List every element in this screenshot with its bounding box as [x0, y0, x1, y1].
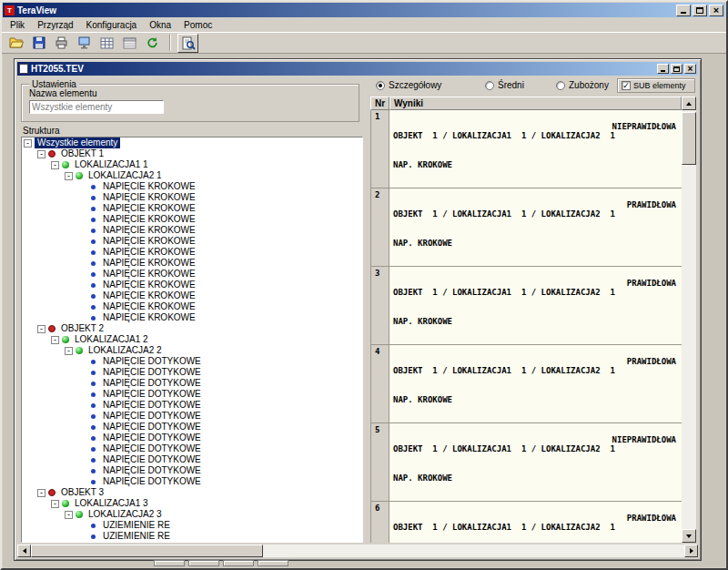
tree-node-label: NAPIĘCIE KROKOWE	[100, 290, 198, 301]
tree-item[interactable]: - OBJEKT 3	[22, 487, 362, 498]
tree-item[interactable]: NAPIĘCIE KROKOWE	[22, 214, 362, 225]
tree-item[interactable]: NAPIĘCIE DOTYKOWE	[22, 400, 362, 411]
tree-node-label: UZIEMIENIE RE	[100, 531, 173, 542]
tree-item[interactable]: NAPIĘCIE KROKOWE	[22, 312, 362, 323]
tree-expander-icon[interactable]: -	[51, 336, 59, 344]
result-row[interactable]: 1 OBJEKT 1 / LOKALIZACJA1 1 / LOKALIZACJ…	[371, 110, 682, 188]
result-row[interactable]: 6 OBJEKT 1 / LOKALIZACJA1 1 / LOKALIZACJ…	[371, 502, 682, 543]
tree-item[interactable]: NAPIĘCIE DOTYKOWE	[22, 367, 362, 378]
tree-item[interactable]: - OBJEKT 1	[22, 148, 362, 159]
tree-item[interactable]: UZIEMIENIE RE	[22, 531, 362, 542]
tree-item[interactable]: NAPIĘCIE KROKOWE	[22, 290, 362, 301]
tree-item[interactable]: NAPIĘCIE KROKOWE	[22, 236, 362, 247]
tree-item[interactable]: NAPIĘCIE KROKOWE	[22, 203, 362, 214]
close-button[interactable]: ×	[709, 5, 723, 16]
tree-item[interactable]: NAPIĘCIE KROKOWE	[22, 301, 362, 312]
menu-plik[interactable]: Plik	[4, 19, 31, 31]
menu-pomoc[interactable]: Pomoc	[177, 19, 218, 31]
tree-item[interactable]: UZIEMIENIE RE	[22, 520, 362, 531]
tree-item[interactable]: NAPIĘCIE KROKOWE	[22, 258, 362, 269]
scroll-down-button[interactable]	[682, 529, 696, 543]
tree-expander-icon[interactable]: -	[65, 172, 73, 180]
tree-item[interactable]: NAPIĘCIE DOTYKOWE	[22, 476, 362, 487]
child-restore-button[interactable]	[671, 64, 682, 74]
scroll-left-button[interactable]	[17, 545, 31, 557]
tree-item[interactable]: - LOKALIZACJA1 1	[22, 159, 362, 170]
tree-item[interactable]: - OBJEKT 2	[22, 323, 362, 334]
main-window: T TeraView × Plik Przyrząd Konfiguracja …	[0, 0, 728, 570]
element-name-input[interactable]	[29, 100, 164, 114]
tree-item[interactable]: NAPIĘCIE KROKOWE	[22, 269, 362, 280]
tree-item[interactable]: - LOKALIZACJA2 2	[22, 345, 362, 356]
tree-item[interactable]: NAPIĘCIE DOTYKOWE	[22, 454, 362, 465]
tree-node-label: NAPIĘCIE DOTYKOWE	[100, 400, 204, 411]
results-scrollbar[interactable]	[682, 97, 696, 543]
tree-item[interactable]: NAPIĘCIE DOTYKOWE	[22, 411, 362, 422]
minimized-window[interactable]	[154, 560, 185, 566]
hscroll-thumb[interactable]	[31, 545, 263, 557]
child-minimize-button[interactable]	[657, 64, 669, 74]
tree-node-label: NAPIĘCIE DOTYKOWE	[100, 389, 204, 400]
tree-item[interactable]: - Wszystkie elementy	[22, 137, 362, 148]
tree-expander-icon[interactable]: -	[37, 489, 46, 497]
save-button[interactable]	[28, 34, 49, 53]
tree-item[interactable]: - LOKALIZACJA1 3	[22, 498, 362, 509]
result-row[interactable]: 4 OBJEKT 1 / LOKALIZACJA1 1 / LOKALIZACJ…	[371, 345, 682, 423]
tree-expander-icon[interactable]: -	[65, 511, 73, 519]
tree-item[interactable]: NAPIĘCIE KROKOWE	[22, 225, 362, 236]
main-titlebar[interactable]: T TeraView ×	[3, 3, 725, 17]
maximize-button[interactable]	[693, 5, 707, 16]
tree-node-icon	[91, 218, 96, 222]
minimized-window[interactable]	[188, 560, 219, 566]
child-titlebar[interactable]: HT2055.TEV ×	[17, 62, 698, 76]
tree-item[interactable]: NAPIĘCIE KROKOWE	[22, 247, 362, 258]
result-row[interactable]: 2 OBJEKT 1 / LOKALIZACJA1 1 / LOKALIZACJ…	[371, 188, 682, 267]
tree-item[interactable]: NAPIĘCIE KROKOWE	[22, 192, 362, 203]
tree-item[interactable]: - LOKALIZACJA2 3	[22, 509, 362, 520]
horizontal-scrollbar[interactable]	[17, 545, 698, 557]
radio-zubozony[interactable]: Zubożony	[556, 80, 609, 90]
tree-item[interactable]: NAPIĘCIE DOTYKOWE	[22, 433, 362, 443]
tree-item[interactable]: NAPIĘCIE KROKOWE	[22, 181, 362, 192]
open-button[interactable]	[5, 34, 26, 53]
ustawienia-groupbox: Ustawienia Nazwa elementu	[21, 84, 359, 122]
tree-item[interactable]: NAPIĘCIE DOTYKOWE	[22, 378, 362, 389]
child-close-button[interactable]: ×	[684, 64, 696, 74]
menu-przyrzad[interactable]: Przyrząd	[31, 19, 79, 31]
tree-expander-icon[interactable]: -	[37, 325, 46, 333]
scroll-thumb[interactable]	[682, 112, 696, 165]
radio-szczegolowy[interactable]: Szczegółowy	[376, 80, 441, 90]
result-row[interactable]: 5 OBJEKT 1 / LOKALIZACJA1 1 / LOKALIZACJ…	[371, 423, 682, 502]
scroll-up-button[interactable]	[682, 97, 696, 110]
sub-elementy-toggle[interactable]: ✓ SUB elementy	[617, 78, 695, 93]
refresh-button[interactable]	[142, 34, 163, 53]
tree-expander-icon[interactable]: -	[24, 139, 32, 148]
tree-expander-icon[interactable]: -	[51, 500, 59, 508]
tree-item[interactable]: NAPIĘCIE DOTYKOWE	[22, 443, 362, 454]
tree-expander-icon[interactable]: -	[37, 150, 46, 158]
tree-expander-icon[interactable]: -	[65, 347, 73, 355]
minimized-window[interactable]	[223, 560, 254, 566]
radio-sredni[interactable]: Średni	[485, 80, 524, 90]
tree-item[interactable]: UZIEMIENIE RE	[22, 542, 362, 543]
instrument-button[interactable]	[74, 34, 95, 53]
tree-node-icon	[91, 524, 96, 528]
tree-item[interactable]: NAPIĘCIE DOTYKOWE	[22, 465, 362, 476]
print-preview-button[interactable]	[177, 34, 198, 53]
minimized-window[interactable]	[258, 560, 288, 566]
tree-item[interactable]: NAPIĘCIE KROKOWE	[22, 280, 362, 290]
menu-okna[interactable]: Okna	[143, 19, 177, 31]
print-button[interactable]	[51, 34, 72, 53]
form-view-button[interactable]	[119, 34, 140, 53]
tree-item[interactable]: NAPIĘCIE DOTYKOWE	[22, 356, 362, 367]
scroll-right-button[interactable]	[684, 545, 698, 557]
table-view-button[interactable]	[96, 34, 117, 53]
tree-expander-icon[interactable]: -	[51, 161, 59, 169]
tree-item[interactable]: NAPIĘCIE DOTYKOWE	[22, 389, 362, 400]
tree-item[interactable]: - LOKALIZACJA1 2	[22, 334, 362, 345]
minimize-button[interactable]	[676, 5, 691, 16]
result-row[interactable]: 3 OBJEKT 1 / LOKALIZACJA1 1 / LOKALIZACJ…	[371, 267, 682, 345]
menu-konfiguracja[interactable]: Konfiguracja	[80, 19, 144, 31]
tree-item[interactable]: - LOKALIZACJA2 1	[22, 170, 362, 181]
tree-item[interactable]: NAPIĘCIE DOTYKOWE	[22, 422, 362, 433]
